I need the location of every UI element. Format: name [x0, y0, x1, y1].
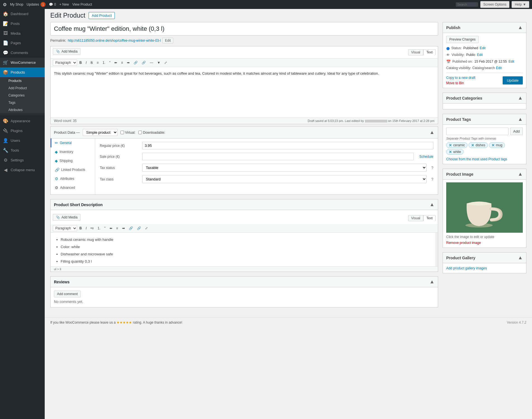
pd-tab-linked[interactable]: 🔗 Linked Products [51, 165, 95, 174]
pd-tab-inventory[interactable]: ◆ Inventory [51, 147, 95, 156]
sidebar-item-plugins[interactable]: 🔌 Plugins [0, 126, 45, 136]
virtual-checkbox[interactable] [120, 131, 124, 134]
tag-remove-ceramic[interactable]: ✕ [449, 143, 452, 147]
most-used-tags-link[interactable]: Choose from the most used Product tags [446, 157, 507, 161]
screen-options-btn[interactable]: Screen Options [480, 1, 510, 8]
sidebar-item-pages[interactable]: 📄 Pages [0, 38, 45, 48]
link-button[interactable]: 🔗 [132, 60, 139, 66]
paragraph-select[interactable]: Paragraph [53, 60, 77, 66]
add-tag-button[interactable]: Add [510, 128, 523, 135]
bold-button[interactable]: B [78, 60, 84, 66]
ordered-list-button[interactable]: 1. [101, 60, 107, 66]
unlink-button[interactable]: 🔗 [140, 60, 148, 66]
catalog-visibility-edit-link[interactable]: Edit [496, 66, 502, 70]
blockquote-button[interactable]: " [108, 60, 112, 66]
sidebar-item-media[interactable]: 🖼 Media [0, 29, 45, 38]
sidebar-item-tools[interactable]: 🔧 Tools [0, 145, 45, 155]
short-desc-add-media-button[interactable]: 📎 Add Media [53, 214, 80, 221]
fullscreen-button[interactable]: ⤢ [163, 60, 169, 66]
align-left-button[interactable]: ⬅ [113, 60, 119, 66]
sidebar-item-posts[interactable]: 📝 Posts [0, 19, 45, 29]
sidebar-submenu-categories[interactable]: Categories [0, 92, 45, 99]
text-tab[interactable]: Text [423, 49, 436, 55]
adminbar-search-input[interactable] [456, 2, 478, 7]
tag-remove-dishes[interactable]: ✕ [471, 143, 474, 147]
short-desc-ordered-list-button[interactable]: 1. [96, 225, 102, 231]
pd-tab-shipping[interactable]: ◆ Shipping [51, 156, 95, 165]
permalink-edit-button[interactable]: Edit [162, 38, 173, 43]
sidebar-item-comments[interactable]: 💬 Comments [0, 48, 45, 58]
product-type-select[interactable]: Simple product [83, 129, 118, 136]
sidebar-item-appearance[interactable]: 🎨 Appearance [0, 116, 45, 126]
copy-to-draft-link[interactable]: Copy to a new draft [446, 76, 475, 80]
status-edit-link[interactable]: Edit [480, 46, 486, 50]
sidebar-item-dashboard[interactable]: 🏠 Dashboard [0, 9, 45, 19]
tax-class-select[interactable]: Standard [142, 175, 427, 183]
tag-remove-white[interactable]: ✕ [449, 150, 452, 154]
short-desc-visual-tab[interactable]: Visual [408, 215, 423, 221]
post-title-input[interactable] [50, 22, 438, 36]
visual-tab[interactable]: Visual [408, 49, 423, 55]
reviews-collapse-button[interactable]: ▲ [429, 279, 434, 285]
comments-link[interactable]: 💬 0 [49, 3, 56, 6]
sidebar-item-products[interactable]: 📦 Products [0, 67, 45, 77]
published-edit-link[interactable]: Edit [509, 60, 514, 63]
schedule-link[interactable]: Schedule [419, 155, 433, 159]
site-name[interactable]: My Shop [10, 3, 23, 6]
add-product-button[interactable]: Add Product [89, 12, 115, 19]
pd-tab-general[interactable]: ✏ General [51, 138, 95, 147]
sidebar-collapse-menu[interactable]: ◀ Collapse menu [0, 165, 45, 175]
update-button[interactable]: Update [503, 76, 523, 84]
sidebar-item-woocommerce[interactable]: 🛒 WooCommerce [0, 58, 45, 67]
short-desc-align-center-button[interactable]: ≡ [115, 225, 120, 231]
editor-content[interactable]: This stylish ceramic mug "Winter" editio… [51, 67, 438, 117]
product-data-collapse-button[interactable]: ▲ [429, 130, 434, 135]
pd-tab-advanced[interactable]: ⚙ Advanced [51, 183, 95, 192]
italic-button[interactable]: I [84, 60, 88, 66]
align-center-button[interactable]: ≡ [119, 60, 125, 66]
view-product-link[interactable]: View Product [72, 3, 92, 6]
product-image[interactable] [446, 182, 523, 233]
short-desc-text-tab[interactable]: Text [423, 215, 436, 221]
updates-badge[interactable]: Updates 1 [27, 2, 46, 7]
toolbar-toggle-button[interactable]: ▼ [155, 60, 162, 66]
add-gallery-images-link[interactable]: Add product gallery images [446, 266, 487, 270]
product-image-collapse-button[interactable]: ▲ [518, 171, 523, 177]
pd-tab-attributes[interactable]: ⚙ Attributes [51, 174, 95, 183]
product-tags-input[interactable] [446, 128, 509, 135]
tag-remove-mug[interactable]: ✕ [491, 143, 495, 147]
sidebar-submenu-all-products[interactable]: Products [0, 77, 45, 84]
visibility-edit-link[interactable]: Edit [477, 53, 483, 57]
short-desc-fullscreen-button[interactable]: ⤢ [143, 225, 149, 231]
add-comment-button[interactable]: Add comment [54, 291, 81, 297]
short-desc-align-left-button[interactable]: ⬅ [108, 225, 114, 231]
short-desc-list-button[interactable]: •≡ [89, 225, 95, 231]
tax-class-help-icon[interactable]: ? [431, 177, 433, 182]
product-categories-collapse-button[interactable]: ▲ [518, 95, 523, 101]
short-desc-blockquote-button[interactable]: " [103, 225, 107, 231]
short-desc-link-button[interactable]: 🔗 [127, 225, 135, 231]
new-link[interactable]: + New [59, 3, 69, 6]
short-description-editor[interactable]: Robust ceramic mug with handle Color: wh… [51, 233, 438, 266]
sale-price-input[interactable] [142, 153, 414, 160]
align-right-button[interactable]: ➡ [125, 60, 131, 66]
permalink-link[interactable]: http://s611185050.online.de/shop/coffee-… [68, 39, 161, 43]
short-desc-bold-button[interactable]: B [78, 225, 84, 231]
product-tags-collapse-button[interactable]: ▲ [518, 116, 523, 122]
short-desc-align-right-button[interactable]: ➡ [120, 225, 127, 231]
product-gallery-collapse-button[interactable]: ▲ [518, 255, 523, 261]
sidebar-submenu-add-product[interactable]: Add Product [0, 84, 45, 92]
help-btn[interactable]: Help ▼ [512, 1, 529, 8]
sidebar-submenu-tags[interactable]: Tags [0, 99, 45, 106]
strikethrough-button[interactable]: S [89, 60, 94, 66]
tax-status-select[interactable]: Taxable [142, 164, 427, 172]
move-to-bin-link[interactable]: Move to Bin [446, 81, 464, 85]
preview-changes-button[interactable]: Preview Changes [446, 36, 479, 43]
short-desc-italic-button[interactable]: I [84, 225, 88, 231]
sidebar-item-settings[interactable]: ⚙ Settings [0, 155, 45, 165]
tax-status-help-icon[interactable]: ? [431, 166, 433, 170]
add-media-button[interactable]: 📎 Add Media [53, 48, 80, 55]
unordered-list-button[interactable]: ≡ [95, 60, 100, 66]
downloadable-checkbox[interactable] [138, 131, 142, 134]
sidebar-item-users[interactable]: 👤 Users [0, 136, 45, 145]
